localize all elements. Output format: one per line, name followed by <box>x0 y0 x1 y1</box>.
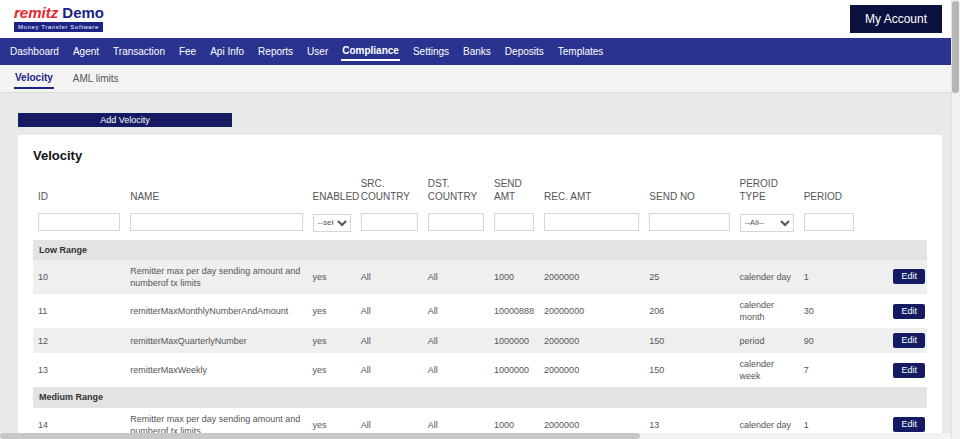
cell-name: Remitter max per day sending amount and … <box>125 260 307 294</box>
group-label: Medium Range <box>33 387 927 407</box>
logo-text: remitz Demo <box>14 5 104 20</box>
cell-dst: All <box>423 353 489 387</box>
nav-item-reports[interactable]: Reports <box>257 43 294 60</box>
filter-send-amt-input[interactable] <box>494 213 534 231</box>
cell-send-amt: 1000 <box>489 260 539 294</box>
cell-period: 90 <box>799 328 859 353</box>
table-row: 12remitterMaxQuarterlyNumberyesAllAll100… <box>33 328 927 353</box>
velocity-table: ID NAME ENABLED SRC. COUNTRY DST. COUNTR… <box>33 175 927 439</box>
nav-item-settings[interactable]: Settings <box>412 43 450 60</box>
app-header: remitz Demo Money Transfer Software My A… <box>0 0 960 38</box>
cell-id: 13 <box>33 353 125 387</box>
cell-period-type: period <box>735 328 799 353</box>
cell-period: 1 <box>799 260 859 294</box>
tab-velocity[interactable]: Velocity <box>14 68 54 89</box>
logo-remitz: remitz <box>14 4 58 21</box>
cell-actions: Edit <box>859 260 927 294</box>
nav-item-deposits[interactable]: Deposits <box>504 43 545 60</box>
cell-send-no: 206 <box>644 294 734 328</box>
cell-dst: All <box>423 294 489 328</box>
filter-rec-amt-input[interactable] <box>544 213 639 231</box>
col-enabled: ENABLED <box>308 175 356 208</box>
filter-enabled-select[interactable]: --select-- <box>313 214 351 232</box>
cell-actions: Edit <box>859 328 927 353</box>
cell-rec-amt: 2000000 <box>539 260 644 294</box>
cell-send-amt: 10000888 <box>489 294 539 328</box>
logo-tagline: Money Transfer Software <box>14 22 103 32</box>
cell-enabled: yes <box>308 353 356 387</box>
my-account-button[interactable]: My Account <box>850 5 942 33</box>
vertical-scrollbar-thumb[interactable] <box>952 1 959 93</box>
nav-item-user[interactable]: User <box>306 43 329 60</box>
col-name: NAME <box>125 175 307 208</box>
col-send-no: SEND NO <box>644 175 734 208</box>
edit-button[interactable]: Edit <box>893 417 925 432</box>
tab-aml-limits[interactable]: AML limits <box>72 69 120 88</box>
edit-button[interactable]: Edit <box>893 304 925 319</box>
cell-period: 30 <box>799 294 859 328</box>
main-content: Add Velocity Velocity ID NAME ENABLED SR… <box>0 93 960 439</box>
cell-enabled: yes <box>308 328 356 353</box>
nav-item-templates[interactable]: Templates <box>557 43 605 60</box>
cell-src: All <box>356 328 423 353</box>
filter-name-input[interactable] <box>130 213 302 231</box>
col-send-amt: SEND AMT <box>489 175 539 208</box>
filter-src-country-input[interactable] <box>361 213 418 231</box>
compliance-subnav: Velocity AML limits <box>0 65 960 93</box>
cell-send-amt: 1000000 <box>489 328 539 353</box>
filter-send-no-input[interactable] <box>649 213 729 231</box>
nav-item-transaction[interactable]: Transaction <box>112 43 166 60</box>
nav-item-banks[interactable]: Banks <box>462 43 492 60</box>
filter-row: --select-- --All-- <box>33 208 927 240</box>
col-actions <box>859 175 927 208</box>
horizontal-scrollbar-thumb[interactable] <box>0 433 640 439</box>
cell-period-type: calender day <box>735 260 799 294</box>
nav-item-dashboard[interactable]: Dashboard <box>9 43 60 60</box>
cell-enabled: yes <box>308 260 356 294</box>
vertical-scrollbar[interactable] <box>951 0 960 439</box>
cell-actions: Edit <box>859 353 927 387</box>
cell-send-amt: 1000000 <box>489 353 539 387</box>
edit-button[interactable]: Edit <box>893 269 925 284</box>
cell-dst: All <box>423 328 489 353</box>
filter-period-type-select[interactable]: --All-- <box>740 214 794 232</box>
cell-src: All <box>356 353 423 387</box>
cell-src: All <box>356 294 423 328</box>
col-rec-amt: REC. AMT <box>539 175 644 208</box>
cell-name: remitterMaxMonthlyNumberAndAmount <box>125 294 307 328</box>
col-dst-country: DST. COUNTRY <box>423 175 489 208</box>
nav-item-fee[interactable]: Fee <box>178 43 197 60</box>
cell-period-type: calender week <box>735 353 799 387</box>
col-period-type: PEROID TYPE <box>735 175 799 208</box>
filter-id-input[interactable] <box>38 213 120 231</box>
edit-button[interactable]: Edit <box>893 333 925 348</box>
col-id: ID <box>33 175 125 208</box>
cell-send-no: 150 <box>644 353 734 387</box>
logo-demo: Demo <box>62 4 104 21</box>
page-title: Velocity <box>33 148 927 163</box>
horizontal-scrollbar[interactable] <box>0 433 951 439</box>
cell-send-no: 25 <box>644 260 734 294</box>
cell-id: 12 <box>33 328 125 353</box>
filter-period-input[interactable] <box>804 213 854 231</box>
group-header-row: Medium Range <box>33 387 927 407</box>
nav-item-compliance[interactable]: Compliance <box>341 42 400 61</box>
cell-period-type: calender month <box>735 294 799 328</box>
cell-actions: Edit <box>859 294 927 328</box>
group-header-row: Low Range <box>33 240 927 260</box>
add-velocity-button[interactable]: Add Velocity <box>18 113 232 127</box>
cell-rec-amt: 20000000 <box>539 294 644 328</box>
table-row: 13remitterMaxWeeklyyesAllAll100000020000… <box>33 353 927 387</box>
filter-dst-country-input[interactable] <box>428 213 484 231</box>
cell-dst: All <box>423 260 489 294</box>
cell-id: 10 <box>33 260 125 294</box>
nav-item-api-info[interactable]: Api Info <box>209 43 245 60</box>
edit-button[interactable]: Edit <box>893 363 925 378</box>
table-header-row: ID NAME ENABLED SRC. COUNTRY DST. COUNTR… <box>33 175 927 208</box>
table-row: 11remitterMaxMonthlyNumberAndAmountyesAl… <box>33 294 927 328</box>
cell-send-no: 150 <box>644 328 734 353</box>
col-period: PERIOD <box>799 175 859 208</box>
cell-rec-amt: 2000000 <box>539 353 644 387</box>
cell-rec-amt: 2000000 <box>539 328 644 353</box>
nav-item-agent[interactable]: Agent <box>72 43 100 60</box>
